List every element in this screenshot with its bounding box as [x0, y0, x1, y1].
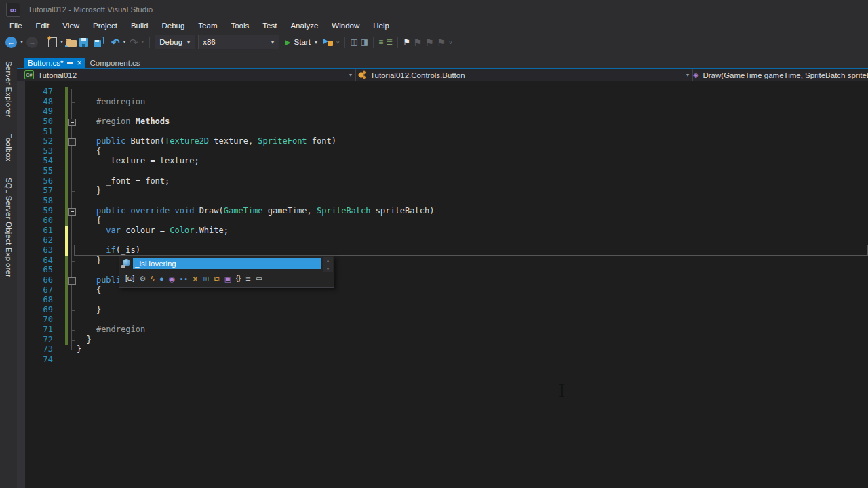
- code-editor[interactable]: 4748 #endregion4950 #region Methods5152 …: [17, 81, 868, 488]
- events-filter-icon[interactable]: ϟ: [151, 275, 155, 283]
- sidebar-tab-toolbox[interactable]: Toolbox: [5, 129, 13, 165]
- scroll-up-icon[interactable]: ▲: [326, 258, 330, 263]
- menu-item-edit[interactable]: Edit: [29, 20, 56, 31]
- menu-item-debug[interactable]: Debug: [155, 20, 191, 31]
- indent-icon[interactable]: ≡: [378, 38, 383, 46]
- undo-caret-icon[interactable]: ▾: [123, 39, 127, 45]
- project-dropdown[interactable]: C# Tutorial012 ▾: [19, 69, 356, 81]
- code-token: }: [96, 256, 101, 265]
- nav-back-icon[interactable]: ←: [5, 37, 17, 48]
- open-file-icon[interactable]: [66, 40, 77, 47]
- menu-item-project[interactable]: Project: [86, 20, 124, 31]
- solution-configuration-dropdown[interactable]: Debug ▾: [155, 35, 195, 49]
- editor-tool-icon-2[interactable]: ◨: [361, 38, 368, 46]
- keywords-filter-icon[interactable]: ⊶: [180, 275, 187, 283]
- code-token: spriteBatch): [371, 206, 435, 216]
- chevron-down-icon: ▾: [271, 39, 275, 45]
- line-number: 69: [17, 305, 53, 314]
- tab-component-cs[interactable]: Component.cs: [85, 58, 144, 68]
- clear-bookmarks-icon[interactable]: ⚑: [437, 37, 446, 47]
- fields-filter-icon[interactable]: ●: [159, 275, 164, 283]
- save-all-icon[interactable]: [94, 40, 101, 47]
- change-bar: [65, 106, 68, 117]
- title-bar[interactable]: ∞ Tutorial012 - Microsoft Visual Studio: [0, 0, 868, 19]
- undo-icon[interactable]: ↶: [111, 37, 120, 47]
- enums-filter-icon[interactable]: ▣: [224, 275, 231, 283]
- menu-item-tools[interactable]: Tools: [224, 20, 256, 31]
- fold-toggle[interactable]: [68, 277, 76, 285]
- line-number: 67: [17, 285, 53, 295]
- toolbar-overflow-icon-2[interactable]: ▿: [448, 39, 453, 45]
- tab-button-cs[interactable]: Button.cs*×: [24, 58, 85, 68]
- code-text: }: [77, 305, 101, 314]
- start-debugging-button[interactable]: ▶ Start ▾: [285, 38, 318, 47]
- new-file-icon[interactable]: [48, 37, 57, 47]
- delegates-filter-icon[interactable]: {}: [236, 275, 241, 282]
- fold-toggle[interactable]: [68, 119, 76, 126]
- menu-item-build[interactable]: Build: [124, 20, 155, 31]
- toolbar-separator: [344, 37, 345, 48]
- redo-icon[interactable]: ↷: [130, 37, 138, 47]
- menu-item-window[interactable]: Window: [325, 20, 366, 31]
- line-number: 47: [17, 87, 53, 96]
- menu-item-analyze[interactable]: Analyze: [283, 20, 325, 31]
- menu-item-help[interactable]: Help: [366, 20, 396, 31]
- next-bookmark-icon[interactable]: ⚑: [425, 37, 433, 47]
- properties-filter-icon[interactable]: ⚙: [139, 275, 146, 283]
- extension-methods-filter-icon[interactable]: ⋇: [192, 275, 198, 283]
- code-token: #endregion: [96, 325, 145, 334]
- attach-process-icon[interactable]: [323, 38, 333, 47]
- fold-toggle[interactable]: [68, 208, 76, 216]
- snippets-filter-icon[interactable]: ≣: [245, 275, 251, 282]
- close-icon[interactable]: ×: [77, 59, 81, 67]
- fold-end-tick: [72, 102, 75, 103]
- code-text: }: [77, 186, 101, 195]
- modules-filter-icon[interactable]: ⧉: [214, 275, 220, 283]
- solution-platform-dropdown[interactable]: x86 ▾: [198, 35, 279, 49]
- classes-filter-icon[interactable]: ⊞: [203, 275, 210, 283]
- save-icon[interactable]: [79, 38, 88, 47]
- menu-item-view[interactable]: View: [56, 20, 86, 31]
- fold-end-tick: [72, 340, 75, 341]
- outdent-icon[interactable]: ≣: [386, 38, 393, 46]
- method-icon: ◈: [693, 70, 698, 79]
- locals-and-parameters-filter-icon[interactable]: [ω]: [125, 275, 134, 282]
- member-dropdown[interactable]: ◈ Draw(GameTime gameTime, SpriteBatch sp…: [686, 69, 868, 81]
- change-bar: [65, 216, 68, 226]
- menu-item-team[interactable]: Team: [191, 20, 224, 31]
- sidebar-tab-server-explorer[interactable]: Server Explorer: [5, 57, 13, 121]
- outlining-filter-icon[interactable]: ▭: [256, 275, 262, 282]
- line-number: 53: [17, 146, 53, 156]
- fold-end-tick: [72, 261, 75, 262]
- nav-forward-icon[interactable]: →: [26, 37, 38, 48]
- new-file-caret-icon[interactable]: ▾: [60, 39, 64, 45]
- project-name: Tutorial012: [38, 71, 77, 79]
- editor-tool-icon-1[interactable]: ◫: [350, 38, 357, 46]
- methods-filter-icon[interactable]: ◉: [169, 275, 176, 283]
- menu-item-file[interactable]: File: [3, 20, 29, 31]
- intellisense-selected-row[interactable]: _isHovering: [119, 257, 321, 270]
- toolbar-overflow-icon[interactable]: ▿: [336, 39, 340, 45]
- type-dropdown[interactable]: Tutorial012.Controls.Button ▾: [351, 69, 693, 81]
- navigation-bar: C# Tutorial012 ▾ Tutorial012.Controls.Bu…: [17, 69, 868, 81]
- prev-bookmark-icon[interactable]: ⚑: [413, 37, 422, 47]
- bookmark-icon[interactable]: ⚑: [403, 38, 410, 46]
- code-token: {: [96, 146, 101, 156]
- line-number: 57: [17, 186, 53, 195]
- code-text: }: [77, 344, 81, 354]
- change-bar: [65, 127, 68, 137]
- redo-caret-icon[interactable]: ▾: [140, 39, 144, 45]
- change-bar: [65, 335, 68, 345]
- menu-item-test[interactable]: Test: [256, 20, 283, 31]
- left-tool-window-strip: Server ExplorerToolboxSQL Server Object …: [0, 53, 17, 488]
- line-number: 64: [17, 256, 53, 265]
- nav-back-caret-icon[interactable]: ▾: [20, 39, 24, 45]
- fold-toggle[interactable]: [68, 138, 76, 146]
- pin-icon[interactable]: [66, 60, 73, 66]
- change-bar: [65, 226, 68, 236]
- line-number: 66: [17, 275, 53, 285]
- change-bar: [65, 325, 68, 335]
- code-token: {: [96, 216, 101, 225]
- sidebar-tab-sql-server-object-explorer[interactable]: SQL Server Object Explorer: [5, 174, 13, 281]
- window-title: Tutorial012 - Microsoft Visual Studio: [28, 5, 153, 14]
